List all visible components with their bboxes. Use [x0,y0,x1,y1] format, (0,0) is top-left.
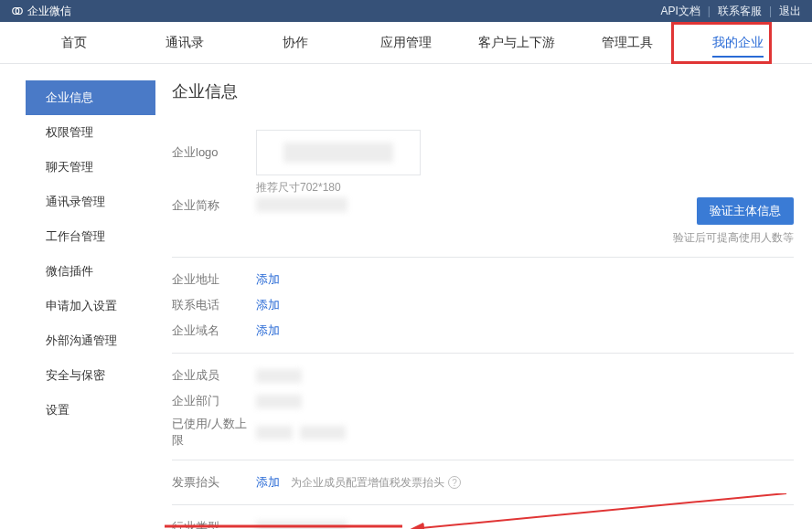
departments-label: 企业部门 [172,393,256,409]
logo-label: 企业logo [172,130,256,161]
address-label: 企业地址 [172,271,256,288]
sidebar-item-permissions[interactable]: 权限管理 [26,115,155,150]
verify-entity-button[interactable]: 验证主体信息 [697,197,794,225]
invoice-add-link[interactable]: 添加 [256,474,280,491]
short-name-value-redacted [256,197,347,212]
invoice-label: 发票抬头 [172,474,256,491]
quota-label: 已使用/人数上限 [172,416,256,449]
sidebar-item-wechat-plugin[interactable]: 微信插件 [26,254,155,289]
phone-label: 联系电话 [172,297,256,313]
separator: | [708,5,710,17]
departments-value-redacted [256,395,302,408]
domain-add-link[interactable]: 添加 [256,323,280,339]
logo-image-redacted [283,143,393,163]
phone-add-link[interactable]: 添加 [256,297,280,313]
industry-value-redacted [256,521,347,530]
short-name-label: 企业简称 [172,197,256,214]
api-docs-link[interactable]: API文档 [660,4,700,19]
members-label: 企业成员 [172,367,256,384]
verify-note: 验证后可提高使用人数等 [673,230,794,246]
logout-link[interactable]: 退出 [779,4,801,19]
nav-apps[interactable]: 应用管理 [350,22,461,63]
separator: | [769,5,772,17]
address-add-link[interactable]: 添加 [256,271,280,288]
domain-label: 企业域名 [172,323,256,339]
invoice-desc: 为企业成员配置增值税发票抬头 [291,475,444,491]
nav-home[interactable]: 首页 [18,22,129,63]
nav-tools[interactable]: 管理工具 [572,22,683,63]
nav-collab[interactable]: 协作 [240,22,350,63]
nav-contacts[interactable]: 通讯录 [129,22,240,63]
support-link[interactable]: 联系客服 [718,4,762,19]
logo-hint: 推荐尺寸702*180 [256,180,794,196]
help-icon[interactable]: ? [448,476,461,489]
sidebar-item-security[interactable]: 安全与保密 [26,358,155,393]
nav-customers[interactable]: 客户与上下游 [462,22,572,63]
sidebar-item-workspace[interactable]: 工作台管理 [26,219,155,254]
brand: 企业微信 [11,4,71,19]
quota-limit-redacted [300,426,346,439]
sidebar-item-chat[interactable]: 聊天管理 [26,150,155,185]
brand-label: 企业微信 [27,4,71,19]
quota-used-redacted [256,426,293,439]
sidebar-item-join-settings[interactable]: 申请加入设置 [26,289,155,323]
industry-label: 行业类型 [172,519,256,529]
nav-my-company[interactable]: 我的企业 [683,22,794,63]
sidebar-item-external[interactable]: 外部沟通管理 [26,323,155,358]
sidebar-item-contacts[interactable]: 通讯录管理 [26,185,155,219]
sidebar-item-company-info[interactable]: 企业信息 [26,80,155,115]
sidebar-item-settings[interactable]: 设置 [26,393,155,428]
logo-frame[interactable] [256,130,421,175]
brand-icon [11,5,24,17]
page-title: 企业信息 [172,80,794,102]
members-value-redacted [256,369,302,383]
